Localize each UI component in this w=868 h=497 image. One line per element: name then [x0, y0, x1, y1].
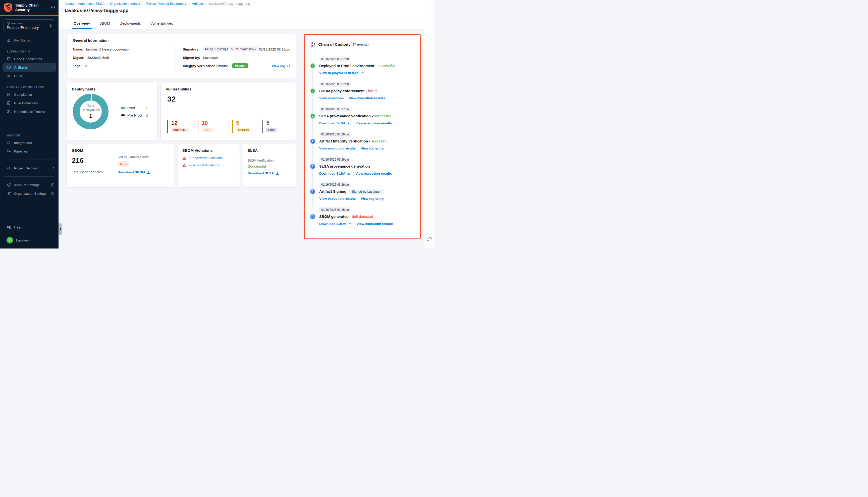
- sidebar-item-code-repositories[interactable]: </> Code Repositories: [0, 55, 59, 63]
- legend-item-prod: Prod 1: [121, 106, 148, 110]
- event-slsa-provenance-generation: 01/16/2025 03:26pm SLSA provenance gener…: [310, 157, 415, 176]
- digest-label: Digest:: [73, 56, 84, 59]
- view-execution-results-link[interactable]: View execution results: [319, 146, 356, 150]
- allow-list-violations-link[interactable]: 637 Allow list Violations: [189, 156, 222, 160]
- sbom-total-label: Total Dependencies: [72, 170, 112, 174]
- project-selector[interactable]: PROJECT Product Exploratory: [3, 19, 55, 32]
- sidebar-item-account-settings[interactable]: Account Settings: [0, 181, 59, 189]
- collapse-arrow-icon: [59, 228, 61, 230]
- tab-deployments[interactable]: Deployments: [119, 18, 142, 29]
- severity-badge: CRITICAL: [171, 128, 188, 132]
- tab-sbom[interactable]: SBOM: [99, 18, 111, 29]
- severity-count: 5: [266, 120, 276, 126]
- sidebar-item-label: Pipelines: [14, 150, 28, 153]
- sidebar-item-pipelines[interactable]: Pipelines: [0, 147, 59, 156]
- artifact-name-value: lavakush07/easy-buggy-app: [86, 47, 129, 51]
- breadcrumb-account[interactable]: Account: Automation-SSCA: [64, 2, 104, 5]
- view-log-entry-link[interactable]: View log entry: [361, 197, 384, 200]
- sidebar-item-get-started[interactable]: Get Started: [0, 36, 59, 44]
- link-label: Download SLSA: [319, 122, 345, 125]
- legend-label: Pre Prod: [127, 113, 142, 117]
- pipeline-hexagon-icon: ∞: [310, 88, 315, 94]
- download-slsa-link[interactable]: Download SLSA: [248, 171, 292, 175]
- deny-list-violations-row: 2 Deny list Violations: [182, 163, 235, 167]
- general-information-card: General Information Name:lavakush07/easy…: [67, 34, 296, 78]
- breadcrumb-organization[interactable]: Organization: default: [110, 2, 140, 5]
- view-log-link[interactable]: View log: [272, 64, 290, 68]
- tab-vulnerabilities[interactable]: Vulnerabilities: [150, 18, 174, 29]
- event-title: Artifact Integrity Verification -: [319, 139, 370, 143]
- tab-overview[interactable]: Overview: [73, 18, 91, 29]
- breadcrumb-separator: ›: [206, 2, 207, 5]
- sidebar-section-supply-chain: SUPPLY CHAIN: [0, 50, 59, 53]
- sidebar-item-label: Artifacts: [14, 66, 28, 69]
- legend-value: 0: [146, 113, 148, 117]
- events-count: (7 events): [353, 42, 368, 46]
- page-title: lavakush07/easy-buggy-app: [65, 8, 424, 13]
- sidebar-section-risk-compliance: RISK AND COMPLIANCE: [0, 86, 59, 89]
- event-title: SBOM generated -: [319, 215, 351, 218]
- sidebar-item-project-settings[interactable]: ⚙ Project Settings: [0, 164, 59, 172]
- download-icon: [347, 172, 350, 175]
- sbom-quality-label: SBOM Quality Score: [117, 155, 150, 159]
- legend-label: Prod: [127, 106, 135, 110]
- chat-feedback-icon[interactable]: [426, 237, 432, 242]
- cube-icon: [7, 22, 10, 25]
- breadcrumb-project[interactable]: Project: Product Exploratory: [146, 2, 186, 5]
- severity-low: 5 LOW: [262, 119, 276, 133]
- sidebar-item-cicd[interactable]: ∞ CI/CD: [0, 72, 59, 80]
- user-menu[interactable]: L Lavakush: [0, 237, 59, 244]
- sidebar-item-artifacts[interactable]: Artifacts: [2, 63, 56, 72]
- sbom-violations-card: SBOM Violations 637 Allow list Violation…: [177, 144, 240, 187]
- main-area: Account: Automation-SSCA› Organization: …: [59, 0, 424, 248]
- app-switcher-grid-icon[interactable]: [51, 5, 55, 10]
- sidebar-item-label: Integrations: [14, 141, 32, 145]
- view-execution-results-link[interactable]: View execution results: [356, 122, 392, 125]
- event-timestamp: 01/16/2025 03:25pm: [319, 207, 351, 212]
- name-label: Name:: [73, 47, 83, 51]
- prod-swatch: [121, 107, 125, 109]
- link-label: Download SLSA: [319, 172, 345, 175]
- vulnerabilities-card: Vulnerabilities 32 12 CRITICAL 10 HIGH 5: [160, 83, 296, 140]
- right-rail: [424, 0, 434, 248]
- breadcrumb-artifacts[interactable]: Artifacts: [192, 2, 204, 5]
- sidebar-item-rule-definitions[interactable]: Rule Definitions: [0, 99, 59, 107]
- deny-list-violations-link[interactable]: 2 Deny list Violations: [189, 163, 219, 167]
- view-deployment-details-link[interactable]: View deployment details: [319, 71, 364, 75]
- card-title: SBOM: [72, 148, 169, 153]
- info-icon: [51, 183, 55, 187]
- integrations-icon: [6, 141, 11, 145]
- download-slsa-link[interactable]: Download SLSA: [319, 172, 350, 175]
- view-execution-results-link[interactable]: View execution results: [319, 197, 356, 200]
- sidebar-item-help[interactable]: ? Help: [0, 223, 59, 231]
- download-icon: [348, 222, 352, 225]
- view-execution-results-link[interactable]: View execution results: [356, 172, 392, 175]
- sidebar-item-organization-settings[interactable]: Organization Settings: [0, 189, 59, 198]
- view-violations-link[interactable]: View violations: [319, 96, 344, 100]
- download-sbom-link[interactable]: Download SBOM: [319, 222, 352, 226]
- view-execution-results-link[interactable]: View execution results: [349, 96, 385, 100]
- scan-step-icon: [310, 164, 315, 169]
- view-execution-results-link[interactable]: View execution results: [357, 222, 393, 226]
- view-log-entry-link[interactable]: View log entry: [361, 146, 384, 150]
- event-timestamp: 01/16/2025 03:27pm: [319, 107, 351, 112]
- download-sbom-link[interactable]: Download SBOM: [117, 170, 150, 174]
- sidebar-item-compliance[interactable]: Compliance: [0, 90, 59, 99]
- download-slsa-link[interactable]: Download SLSA: [319, 122, 350, 125]
- external-link-icon: [287, 64, 290, 68]
- card-title: General Information: [73, 38, 290, 42]
- signed-by-label: Signed by:: [183, 56, 200, 59]
- sidebar-section-manage: MANAGE: [0, 134, 59, 137]
- severity-badge: HIGH: [202, 128, 213, 132]
- signature-value[interactable]: MEQCICde2VjIT...bL+2+mqnOXw==: [203, 46, 259, 52]
- project-selector-label: PROJECT: [12, 22, 25, 25]
- allow-list-violations-row: 637 Allow list Violations: [182, 156, 235, 160]
- sidebar-collapse-handle[interactable]: [59, 223, 62, 235]
- event-sbom-policy-enforcement: 01/16/2025 03:27pm ∞ SBOM policy enforce…: [310, 82, 415, 100]
- chain-of-custody-icon: [311, 42, 316, 47]
- signed-by-value: Lavakush: [203, 56, 218, 59]
- event-timestamp: 01/16/2025 03:26pm: [319, 182, 351, 187]
- event-timestamp: 01/16/2025 03:27pm: [319, 82, 351, 87]
- sidebar-item-remediation-tracker[interactable]: Remediation Tracker: [0, 107, 59, 116]
- sidebar-item-integrations[interactable]: Integrations: [0, 139, 59, 147]
